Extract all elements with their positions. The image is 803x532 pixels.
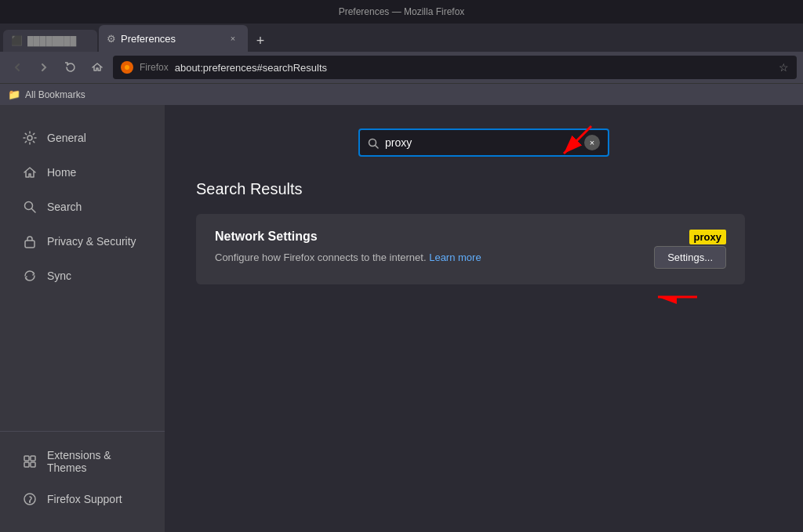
- privacy-icon: [22, 233, 38, 249]
- back-button[interactable]: [6, 56, 28, 78]
- network-settings-desc-text: Configure how Firefox connects to the in…: [215, 252, 427, 263]
- network-settings-button[interactable]: Settings...: [654, 246, 726, 269]
- address-prefix: Firefox: [140, 62, 169, 73]
- sidebar-item-home[interactable]: Home: [6, 157, 158, 188]
- tab-close-button[interactable]: ×: [226, 31, 240, 45]
- search-clear-button[interactable]: ×: [584, 135, 600, 150]
- support-icon: [22, 491, 38, 507]
- sidebar-item-general[interactable]: General: [6, 122, 158, 154]
- home-icon: [22, 165, 38, 180]
- search-results-title: Search Results: [196, 180, 772, 198]
- bookmarks-folder-icon: 📁: [8, 89, 20, 100]
- network-settings-section: Network Settings Configure how Firefox c…: [196, 214, 745, 284]
- network-settings-title: Network Settings: [215, 230, 638, 244]
- proxy-highlight-badge: proxy: [689, 230, 726, 244]
- sidebar-item-search-label: Search: [47, 201, 82, 213]
- search-box-wrapper: ×: [196, 128, 772, 157]
- tab-active[interactable]: ⚙ Preferences ×: [99, 25, 248, 52]
- sidebar-item-home-label: Home: [47, 166, 76, 179]
- title-bar: Preferences — Mozilla Firefox: [0, 0, 803, 24]
- sidebar-item-extensions-label: Extensions & Themes: [47, 449, 143, 474]
- sidebar: General Home Search Privacy & Security S…: [0, 105, 165, 532]
- svg-point-2: [27, 136, 32, 140]
- tab-inactive-label: ████████: [27, 36, 76, 45]
- tab-bar: ⬛ ████████ ⚙ Preferences × +: [0, 24, 803, 52]
- firefox-icon: [121, 61, 133, 74]
- general-icon: [22, 130, 38, 146]
- main-content: General Home Search Privacy & Security S…: [0, 105, 803, 532]
- svg-rect-5: [25, 241, 35, 248]
- address-bar[interactable]: Firefox about:preferences#searchResults …: [113, 56, 797, 79]
- new-tab-button[interactable]: +: [249, 30, 271, 52]
- sidebar-item-privacy[interactable]: Privacy & Security: [6, 226, 158, 257]
- settings-button-group: proxy Settings...: [654, 230, 726, 269]
- tab-active-icon: ⚙: [107, 33, 116, 45]
- bookmarks-bar: 📁 All Bookmarks: [0, 83, 803, 105]
- tab-inactive-icon: ⬛: [11, 35, 23, 46]
- sidebar-item-sync[interactable]: Sync: [6, 260, 158, 291]
- search-input[interactable]: [385, 136, 578, 149]
- settings-section-header: Network Settings Configure how Firefox c…: [215, 230, 726, 269]
- bookmark-star-icon[interactable]: ☆: [779, 61, 789, 74]
- tab-inactive[interactable]: ⬛ ████████: [3, 30, 97, 52]
- home-button[interactable]: [86, 56, 108, 78]
- network-settings-desc: Configure how Firefox connects to the in…: [215, 250, 638, 266]
- search-box-container: ×: [358, 128, 609, 157]
- address-url: about:preferences#searchResults: [175, 62, 327, 74]
- clear-icon: ×: [590, 138, 594, 147]
- settings-section-left: Network Settings Configure how Firefox c…: [215, 230, 638, 266]
- sidebar-item-support[interactable]: Firefox Support: [6, 483, 158, 515]
- svg-point-1: [125, 65, 129, 70]
- svg-rect-8: [24, 462, 29, 467]
- sidebar-item-extensions[interactable]: Extensions & Themes: [6, 441, 158, 482]
- search-icon: [368, 136, 379, 149]
- svg-line-4: [32, 209, 36, 213]
- sidebar-item-support-label: Firefox Support: [47, 493, 122, 505]
- reload-button[interactable]: [60, 56, 82, 78]
- sync-icon: [22, 268, 38, 284]
- bookmarks-label[interactable]: All Bookmarks: [25, 89, 85, 100]
- search-sidebar-icon: [22, 199, 38, 215]
- svg-rect-6: [24, 456, 29, 461]
- svg-line-12: [376, 146, 379, 149]
- svg-rect-9: [31, 462, 35, 467]
- sidebar-item-search[interactable]: Search: [6, 191, 158, 223]
- sidebar-item-general-label: General: [47, 132, 86, 144]
- content-area: × Search Results Network Settings: [165, 105, 803, 532]
- nav-bar: Firefox about:preferences#searchResults …: [0, 52, 803, 83]
- window-title: Preferences — Mozilla Firefox: [6, 6, 797, 17]
- sidebar-item-privacy-label: Privacy & Security: [47, 235, 136, 248]
- sidebar-item-sync-label: Sync: [47, 270, 71, 282]
- learn-more-link[interactable]: Learn more: [429, 252, 481, 263]
- tab-active-label: Preferences: [121, 33, 176, 45]
- extensions-icon: [22, 454, 38, 469]
- sidebar-bottom: Extensions & Themes Firefox Support: [0, 431, 165, 516]
- svg-rect-7: [31, 456, 35, 461]
- forward-button[interactable]: [33, 56, 55, 78]
